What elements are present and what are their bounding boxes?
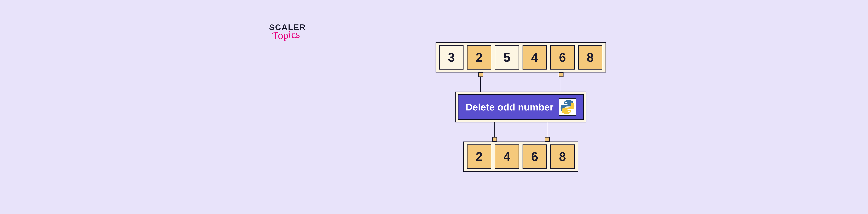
array-cell: 8 <box>550 144 575 169</box>
array-cell: 4 <box>495 144 519 169</box>
array-cell: 3 <box>439 45 464 70</box>
brand-logo: SCALER Topics <box>269 23 306 41</box>
array-cell: 2 <box>467 144 491 169</box>
cell-value: 5 <box>503 50 510 65</box>
connector-bottom <box>494 122 547 142</box>
input-array: 3 2 5 4 6 8 <box>436 42 606 72</box>
cell-value: 2 <box>476 50 483 65</box>
array-cell: 6 <box>523 144 547 169</box>
logo-sub-text: Topics <box>272 28 300 42</box>
action-inner: Delete odd number <box>458 94 584 120</box>
cell-value: 6 <box>559 50 566 65</box>
array-cell: 5 <box>495 45 519 70</box>
array-cell: 2 <box>467 45 491 70</box>
python-icon <box>559 98 576 116</box>
filter-diagram: 3 2 5 4 6 8 Delete odd number 2 4 6 8 <box>436 42 606 172</box>
connector-line <box>494 122 495 142</box>
connector-line <box>480 72 481 92</box>
cell-value: 4 <box>531 50 538 65</box>
cell-value: 8 <box>559 149 566 164</box>
connector-top <box>480 72 561 92</box>
action-box: Delete odd number <box>455 92 586 122</box>
cell-value: 8 <box>587 50 594 65</box>
array-cell: 6 <box>550 45 575 70</box>
connector-line <box>561 72 561 92</box>
cell-value: 6 <box>531 149 538 164</box>
action-label: Delete odd number <box>465 102 553 113</box>
output-array: 2 4 6 8 <box>463 142 578 172</box>
cell-value: 3 <box>448 50 455 65</box>
python-logo-svg <box>561 100 575 114</box>
array-cell: 8 <box>578 45 602 70</box>
connector-line <box>547 122 547 142</box>
array-cell: 4 <box>523 45 547 70</box>
cell-value: 2 <box>476 149 483 164</box>
cell-value: 4 <box>503 149 510 164</box>
